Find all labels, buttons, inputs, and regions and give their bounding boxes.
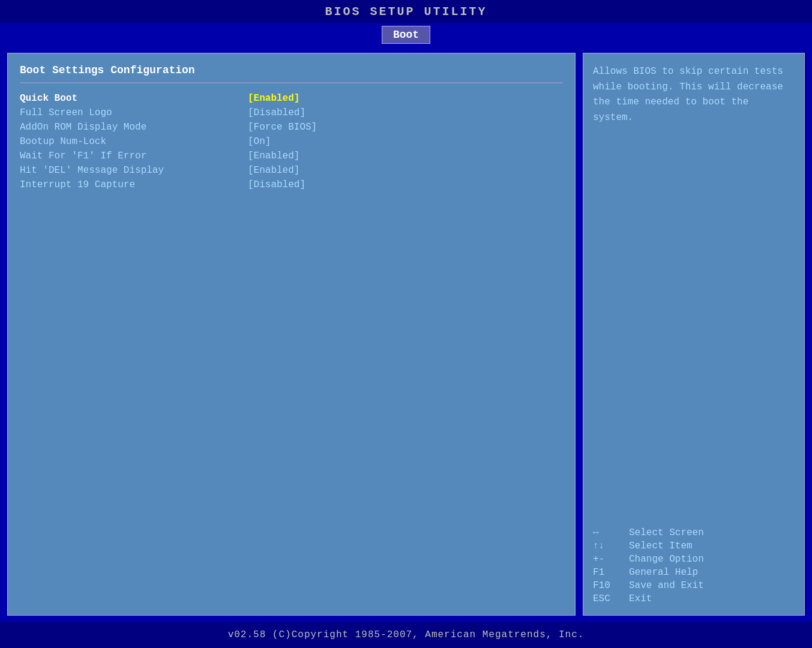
- section-divider: [20, 82, 563, 83]
- version-text: v02.58 (C)Copyright 1985-2007, American …: [228, 629, 585, 640]
- setting-name: Quick Boot: [20, 93, 248, 104]
- setting-row[interactable]: Quick Boot[Enabled]: [20, 93, 563, 104]
- setting-value: [Enabled]: [248, 151, 299, 161]
- right-panel: Allows BIOS to skip certain tests while …: [583, 53, 805, 616]
- key-row: +-Change Option: [593, 554, 795, 565]
- setting-value: [Disabled]: [248, 179, 305, 190]
- key-symbol: F1: [593, 567, 629, 578]
- key-desc: General Help: [629, 567, 698, 578]
- tab-bar: Boot: [0, 23, 812, 47]
- setting-name: Full Screen Logo: [20, 107, 248, 118]
- key-row: ↔Select Screen: [593, 527, 795, 538]
- setting-row[interactable]: Interrupt 19 Capture[Disabled]: [20, 179, 563, 190]
- setting-name: Hit 'DEL' Message Display: [20, 165, 248, 176]
- key-symbol: F10: [593, 580, 629, 591]
- top-bar: BIOS SETUP UTILITY: [0, 0, 812, 23]
- key-desc: Select Screen: [629, 527, 704, 538]
- setting-row[interactable]: AddOn ROM Display Mode[Force BIOS]: [20, 122, 563, 133]
- main-content: Boot Settings Configuration Quick Boot[E…: [0, 47, 812, 622]
- key-desc: Select Item: [629, 541, 693, 551]
- bottom-bar: v02.58 (C)Copyright 1985-2007, American …: [0, 622, 812, 648]
- setting-name: AddOn ROM Display Mode: [20, 122, 248, 133]
- active-tab[interactable]: Boot: [382, 26, 430, 44]
- key-help: ↔Select Screen↑↓Select Item+-Change Opti…: [593, 527, 795, 604]
- key-symbol: ↔: [593, 527, 629, 538]
- setting-value: [Enabled]: [248, 165, 299, 176]
- setting-row[interactable]: Hit 'DEL' Message Display[Enabled]: [20, 165, 563, 176]
- bios-title: BIOS SETUP UTILITY: [325, 5, 487, 19]
- key-row: F10Save and Exit: [593, 580, 795, 591]
- setting-row[interactable]: Bootup Num-Lock[On]: [20, 136, 563, 147]
- setting-row[interactable]: Full Screen Logo[Disabled]: [20, 107, 563, 118]
- setting-value: [On]: [248, 136, 271, 147]
- setting-value: [Enabled]: [248, 93, 299, 104]
- setting-name: Interrupt 19 Capture: [20, 179, 248, 190]
- key-row: ESCExit: [593, 593, 795, 604]
- key-row: F1General Help: [593, 567, 795, 578]
- key-symbol: ↑↓: [593, 541, 629, 551]
- key-row: ↑↓Select Item: [593, 541, 795, 551]
- setting-value: [Disabled]: [248, 107, 305, 118]
- setting-name: Wait For 'F1' If Error: [20, 151, 248, 161]
- setting-row[interactable]: Wait For 'F1' If Error[Enabled]: [20, 151, 563, 161]
- settings-list: Quick Boot[Enabled]Full Screen Logo[Disa…: [20, 93, 563, 194]
- section-title: Boot Settings Configuration: [20, 64, 563, 76]
- key-desc: Change Option: [629, 554, 704, 565]
- setting-name: Bootup Num-Lock: [20, 136, 248, 147]
- key-symbol: ESC: [593, 593, 629, 604]
- help-text: Allows BIOS to skip certain tests while …: [593, 64, 795, 125]
- key-symbol: +-: [593, 554, 629, 565]
- setting-value: [Force BIOS]: [248, 122, 317, 133]
- key-desc: Save and Exit: [629, 580, 704, 591]
- left-panel: Boot Settings Configuration Quick Boot[E…: [7, 53, 576, 616]
- key-desc: Exit: [629, 593, 652, 604]
